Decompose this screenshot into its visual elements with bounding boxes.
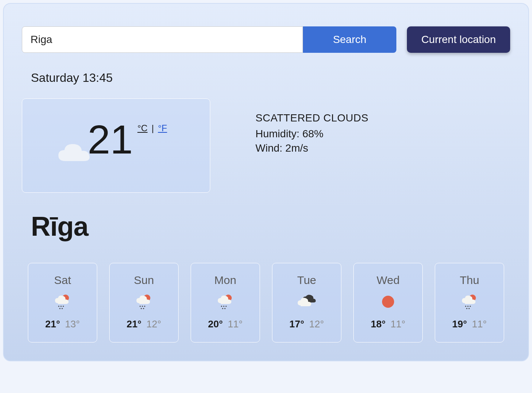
unit-toggle: °C | °F [138, 123, 167, 134]
forecast-card-mon: Mon 20° 11° [191, 263, 260, 342]
current-weather-card: 21 °C | °F [22, 98, 210, 193]
svg-point-24 [469, 308, 470, 309]
svg-point-16 [222, 308, 223, 309]
svg-point-18 [382, 296, 394, 308]
forecast-high: 19° [452, 318, 467, 330]
svg-point-4 [60, 308, 61, 309]
forecast-high: 17° [289, 318, 304, 330]
forecast-low: 12° [309, 318, 324, 330]
svg-point-7 [140, 306, 141, 307]
unit-separator: | [149, 123, 157, 133]
forecast-day-label: Mon [196, 274, 255, 287]
forecast-day-label: Wed [358, 274, 418, 287]
rain-sun-icon [114, 293, 174, 311]
wind-text: Wind: 2m/s [255, 142, 368, 154]
svg-point-21 [468, 306, 469, 307]
svg-point-13 [221, 306, 222, 307]
svg-point-3 [63, 306, 64, 307]
city-search-input[interactable] [22, 26, 303, 53]
forecast-high: 21° [45, 318, 60, 330]
forecast-high: 18° [371, 318, 385, 330]
forecast-day-label: Sun [114, 274, 174, 287]
forecast-low: 12° [147, 318, 161, 330]
svg-point-20 [465, 306, 466, 307]
forecast-card-tue: Tue 17° 12° [272, 263, 341, 342]
svg-point-1 [58, 306, 60, 307]
search-row: Search Current location [22, 26, 510, 53]
rain-sun-icon [440, 293, 499, 311]
city-name: Rīga [31, 211, 510, 242]
unit-fahrenheit-link[interactable]: °F [158, 123, 167, 133]
forecast-low: 11° [391, 318, 405, 330]
sun-icon [358, 293, 418, 311]
svg-point-17 [225, 308, 226, 309]
humidity-text: Humidity: 68% [255, 128, 368, 140]
search-button[interactable]: Search [303, 26, 397, 53]
forecast-card-sat: Sat 21° 13° [28, 263, 97, 342]
rain-sun-icon [196, 293, 255, 311]
cloudy-icon [277, 293, 336, 311]
forecast-high: 20° [208, 318, 223, 330]
forecast-low: 11° [228, 318, 243, 330]
conditions-text: SCATTERED CLOUDS [255, 112, 368, 124]
forecast-day-label: Sat [33, 274, 92, 287]
current-weather-row: 21 °C | °F SCATTERED CLOUDS Humidity: 68… [22, 98, 510, 193]
svg-point-14 [223, 306, 225, 307]
svg-point-11 [143, 308, 144, 309]
svg-point-10 [141, 308, 142, 309]
forecast-day-label: Thu [440, 274, 499, 287]
svg-point-23 [466, 308, 468, 309]
unit-celsius-link[interactable]: °C [138, 123, 148, 133]
current-details: SCATTERED CLOUDS Humidity: 68% Wind: 2m/… [255, 112, 368, 193]
svg-point-22 [470, 306, 471, 307]
svg-point-9 [144, 306, 145, 307]
forecast-low: 13° [65, 318, 80, 330]
rain-sun-icon [33, 293, 92, 311]
forecast-day-label: Tue [277, 274, 336, 287]
current-datetime: Saturday 13:45 [31, 71, 510, 85]
svg-point-2 [61, 306, 62, 307]
forecast-card-wed: Wed 18° 11° [353, 263, 423, 342]
weather-app: Search Current location Saturday 13:45 2… [3, 3, 529, 361]
cloud-icon [54, 140, 95, 168]
svg-point-5 [62, 308, 63, 309]
forecast-high: 21° [127, 318, 141, 330]
current-location-button[interactable]: Current location [407, 26, 510, 53]
svg-point-8 [142, 306, 143, 307]
forecast-row: Sat 21° 13° Sun [22, 263, 510, 342]
forecast-card-thu: Thu 19° 11° [435, 263, 504, 342]
forecast-card-sun: Sun 21° 12° [109, 263, 179, 342]
svg-point-15 [226, 306, 227, 307]
forecast-low: 11° [472, 318, 487, 330]
